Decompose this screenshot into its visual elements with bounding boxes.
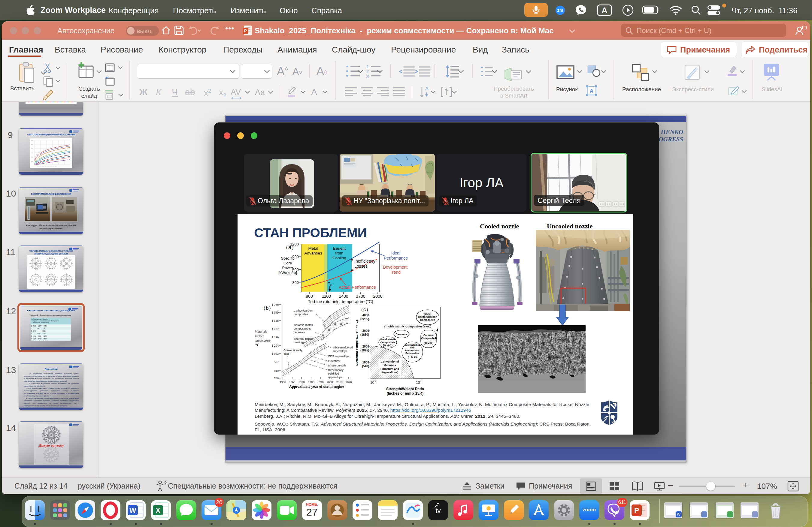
svg-text:Operating Temperature, °F (°C): Operating Temperature, °F (°C) — [356, 320, 358, 366]
svg-text:1970: 1970 — [299, 380, 305, 384]
svg-text:1 427: 1 427 — [272, 328, 279, 331]
svg-text:760: 760 — [274, 377, 279, 380]
svg-text:Fiber-reinforced: Fiber-reinforced — [333, 346, 353, 349]
svg-text:2000: 2000 — [327, 380, 333, 384]
svg-text:Losses: Losses — [354, 264, 367, 269]
svg-text:2500: 2500 — [31, 157, 33, 158]
svg-text:Thermal-barrier: Thermal-barrier — [294, 337, 313, 340]
svg-text:1950: 1950 — [280, 380, 286, 384]
svg-text:104: 104 — [416, 380, 421, 385]
svg-text:Cooling: Cooling — [332, 256, 346, 260]
svg-text:1980: 1980 — [308, 380, 315, 384]
svg-text:[kW/(kg/s)]: [kW/(kg/s)] — [278, 270, 297, 275]
svg-text:(ＣＭＣ): (ＣＭＣ) — [424, 342, 433, 345]
svg-text:Carbon/Carbon: Carbon/Carbon — [418, 315, 437, 318]
svg-text:1 204: 1 204 — [272, 344, 279, 347]
svg-text:ceramics: ceramics — [294, 330, 305, 334]
svg-text:A: A — [590, 88, 594, 94]
svg-text:cast: cast — [284, 352, 289, 355]
svg-text:2000: 2000 — [373, 294, 382, 299]
svg-text:2000: 2000 — [31, 161, 33, 162]
svg-text:Trend: Trend — [390, 270, 401, 275]
svg-text:3000: 3000 — [31, 152, 33, 154]
svg-text:2020: 2020 — [346, 380, 352, 384]
svg-text:(ＭＭＣ): (ＭＭＣ) — [383, 344, 392, 347]
svg-text:Ceramic matrix: Ceramic matrix — [294, 323, 313, 327]
svg-text:(ＩＭＣ): (ＩＭＣ) — [408, 356, 417, 358]
svg-text:and: and — [410, 346, 415, 349]
svg-text:Intermetallics: Intermetallics — [405, 344, 420, 346]
svg-text:—Ряд1 —Ряд2 —Ряд3 —Ряд4 —Ряд5: —Ряд1 —Ряд2 —Ряд3 —Ряд4 —Ряд5 —Ряд6 —Ряд… — [37, 166, 57, 167]
svg-text:3500: 3500 — [31, 148, 33, 149]
svg-text:1960: 1960 — [289, 380, 295, 384]
svg-text:3000: 3000 — [362, 329, 369, 332]
svg-text:4000: 4000 — [362, 314, 369, 317]
svg-text:temperature: temperature — [255, 338, 271, 342]
svg-text:tv: tv — [435, 507, 440, 514]
svg-text:coatings: coatings — [294, 341, 304, 344]
svg-text:P: P — [244, 29, 247, 33]
svg-text:Development: Development — [383, 265, 408, 270]
svg-text:composites &: composites & — [294, 327, 311, 330]
svg-text:(Titanium and: (Titanium and — [380, 367, 399, 370]
svg-text:300: 300 — [292, 280, 299, 285]
svg-text:Approximate year of use in eng: Approximate year of use in engine — [289, 385, 344, 389]
svg-text:from: from — [335, 251, 344, 255]
svg-text:superalloys: superalloys — [333, 349, 347, 352]
svg-text:2010: 2010 — [336, 380, 343, 384]
svg-text:2: 2 — [366, 69, 369, 74]
svg-text:Metal: Metal — [308, 246, 318, 251]
svg-text:Single crystals: Single crystals — [328, 364, 346, 367]
svg-text:Eutectics: Eutectics — [328, 359, 339, 363]
svg-text:(2205): (2205) — [360, 317, 369, 321]
svg-text:?: ? — [164, 481, 166, 486]
svg-text:800: 800 — [306, 294, 313, 299]
svg-text:4500: 4500 — [31, 140, 33, 141]
svg-text:Inefficiency: Inefficiency — [354, 259, 375, 264]
svg-text:Metal Matrix: Metal Matrix — [380, 338, 395, 341]
svg-text:Advances: Advances — [304, 251, 322, 255]
svg-text:(1650): (1650) — [360, 333, 369, 336]
svg-text:1 649: 1 649 — [272, 311, 279, 314]
svg-text:1100: 1100 — [322, 294, 331, 299]
svg-text:Benefit: Benefit — [333, 246, 346, 251]
svg-text:superalloys: superalloys — [328, 375, 342, 379]
svg-text:Intermetallic: Intermetallic — [405, 349, 420, 352]
svg-text:(1095): (1095) — [360, 349, 369, 352]
svg-text:（c）: （c） — [358, 307, 371, 313]
svg-text:Core: Core — [284, 261, 292, 265]
svg-text:Ceramics: Ceramics — [395, 333, 407, 336]
svg-text:1 093: 1 093 — [272, 352, 279, 355]
svg-text:(CCC): (CCC) — [424, 313, 432, 315]
svg-text:1 538: 1 538 — [272, 319, 279, 322]
svg-text:Silicide Matrix Composites(SMC: Silicide Matrix Composites(SMC) — [383, 325, 431, 328]
svg-text:(540): (540) — [362, 365, 369, 368]
svg-text:Superalloys): Superalloys) — [381, 371, 398, 374]
svg-text:Ceramic: Ceramic — [423, 334, 434, 337]
svg-text:Composites: Composites — [420, 318, 435, 321]
svg-text:Carbon/carbon: Carbon/carbon — [294, 309, 313, 312]
svg-text:W: W — [129, 506, 136, 514]
svg-text:Conventional: Conventional — [381, 360, 399, 363]
svg-text:Materials: Materials — [255, 330, 267, 333]
svg-text:Conventionally: Conventionally — [284, 348, 302, 352]
svg-text:Composites: Composites — [405, 352, 419, 355]
svg-text:2000: 2000 — [362, 345, 369, 348]
svg-text:Strength/Weight Ratio: Strength/Weight Ratio — [386, 387, 424, 391]
svg-text:ODS superalloys: ODS superalloys — [328, 355, 350, 358]
svg-text:Composites: Composites — [380, 341, 395, 344]
svg-text:982: 982 — [274, 360, 279, 364]
svg-text:Specific: Specific — [281, 256, 294, 260]
svg-text:103: 103 — [370, 380, 376, 385]
svg-text:1000: 1000 — [362, 361, 369, 364]
svg-text:Composites: Composites — [421, 337, 436, 340]
svg-text:P: P — [634, 506, 639, 514]
svg-text:1400: 1400 — [339, 294, 348, 299]
svg-text:Directionally: Directionally — [328, 368, 344, 372]
svg-text:Дякую за увагу: Дякую за увагу — [39, 443, 64, 448]
svg-text:1990: 1990 — [317, 380, 324, 384]
svg-text:А: А — [425, 86, 429, 92]
svg-text:810: 810 — [274, 369, 279, 373]
svg-text:Power: Power — [282, 266, 294, 270]
svg-text:1700: 1700 — [356, 294, 365, 299]
